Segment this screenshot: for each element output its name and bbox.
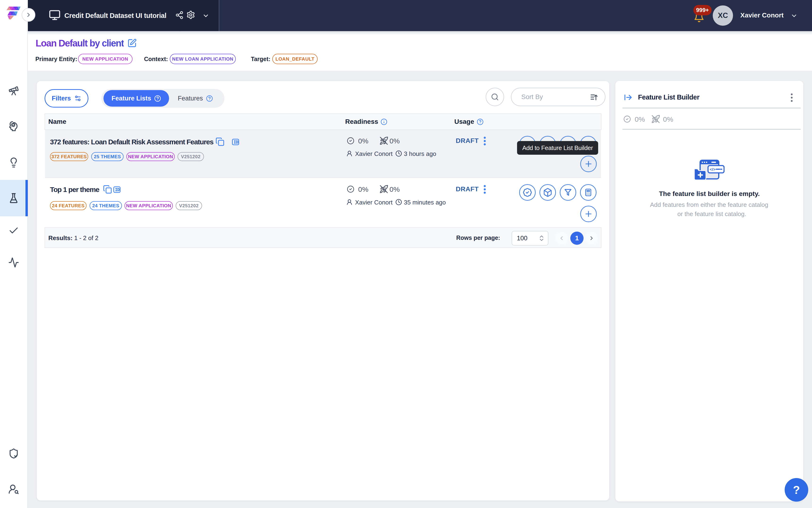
svg-text:</>: </>	[710, 167, 716, 172]
